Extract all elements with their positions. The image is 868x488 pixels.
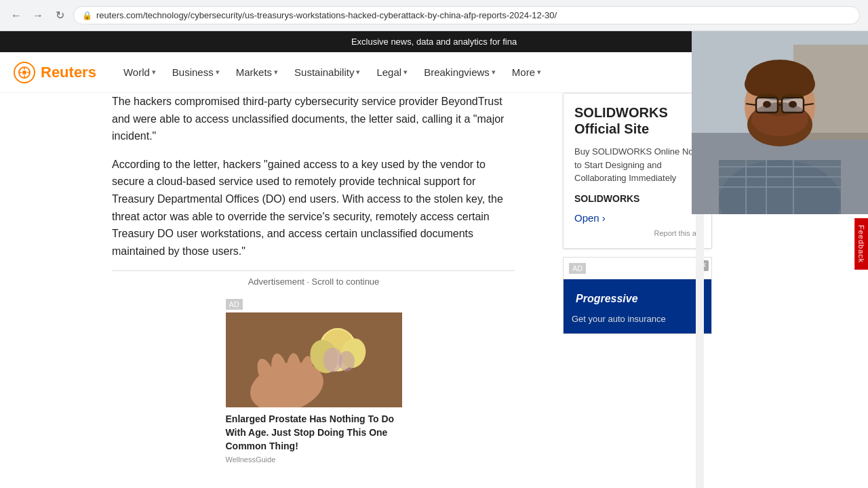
- nav-item-world[interactable]: World ▾: [117, 62, 163, 82]
- banner-text: Exclusive news, data and analytics for f…: [351, 37, 517, 47]
- reuters-logo-text: Reuters: [41, 64, 96, 81]
- reload-button[interactable]: ↻: [52, 7, 68, 24]
- nav-item-business[interactable]: Business ▾: [165, 62, 226, 82]
- ad-source: WellnessGuide: [226, 455, 402, 464]
- nav-item-sustainability[interactable]: Sustainability ▾: [288, 62, 367, 82]
- webcam-person: [692, 31, 868, 214]
- browser-chrome: ← → ↻ 🔒 reuters.com/technology/cybersecu…: [0, 0, 868, 31]
- address-bar[interactable]: 🔒 reuters.com/technology/cybersecurity/u…: [73, 6, 860, 24]
- svg-point-44: [763, 101, 771, 108]
- business-chevron-icon: ▾: [216, 68, 220, 77]
- progressive-ad: AD ✕ Progressive Get your auto insurance: [563, 257, 712, 334]
- nav-markets-label: Markets: [236, 66, 272, 78]
- svg-point-1: [22, 70, 26, 75]
- nav-item-legal[interactable]: Legal ▾: [370, 62, 414, 82]
- prog-ad-badge: AD: [569, 263, 586, 274]
- article-inline-ad[interactable]: AD: [226, 298, 402, 464]
- nav-more-label: More: [512, 66, 535, 78]
- markets-chevron-icon: ▾: [274, 68, 278, 77]
- solidworks-body: Buy SOLIDWORKS Online Now to Start Desig…: [574, 145, 701, 185]
- world-chevron-icon: ▾: [152, 68, 156, 77]
- back-button[interactable]: ←: [8, 7, 24, 24]
- nav-item-more[interactable]: More ▾: [505, 62, 548, 82]
- svg-point-17: [338, 351, 355, 371]
- nav-item-breakingviews[interactable]: Breakingviews ▾: [417, 62, 502, 82]
- nav-world-label: World: [123, 66, 150, 78]
- article-area: The hackers compromised third-party cybe…: [0, 93, 556, 488]
- feedback-tab[interactable]: Feedback: [854, 218, 868, 270]
- webcam-overlay: [692, 31, 868, 214]
- nav-business-label: Business: [172, 66, 214, 78]
- prog-ad-content: Progressive Get your auto insurance: [564, 279, 711, 333]
- nav-breakingviews-label: Breakingviews: [424, 66, 490, 78]
- breakingviews-chevron-icon: ▾: [492, 68, 496, 77]
- nav-legal-label: Legal: [376, 66, 401, 78]
- forward-button[interactable]: →: [30, 7, 46, 24]
- svg-point-35: [785, 72, 815, 96]
- nav-item-markets[interactable]: Markets ▾: [229, 62, 285, 82]
- solidworks-title: SOLIDWORKS Official Site: [574, 104, 701, 137]
- ad-separator: [112, 270, 515, 271]
- ad-label: Advertisement · Scroll to continue: [112, 277, 515, 287]
- solidworks-brand: SOLIDWORKS: [574, 193, 701, 204]
- more-chevron-icon: ▾: [537, 68, 541, 77]
- ad-badge: AD: [226, 299, 243, 310]
- open-chevron-icon: ›: [602, 212, 606, 224]
- progressive-logo: Progressive: [572, 287, 703, 311]
- sustainability-chevron-icon: ▾: [356, 68, 360, 77]
- legal-chevron-icon: ▾: [403, 68, 408, 77]
- ad-headline: Enlarged Prostate Has Nothing To Do With…: [226, 413, 402, 453]
- solidworks-ad: SOLIDWORKS Official Site Buy SOLIDWORKS …: [563, 93, 712, 249]
- report-ad-link[interactable]: Report this ad: [574, 229, 701, 237]
- svg-point-9: [286, 353, 301, 391]
- reuters-logo[interactable]: Reuters: [14, 62, 96, 83]
- prog-tagline: Get your auto insurance: [572, 314, 703, 325]
- ad-image: [226, 312, 402, 407]
- lock-icon: 🔒: [82, 11, 92, 20]
- svg-point-34: [745, 72, 774, 96]
- svg-point-45: [789, 101, 797, 108]
- reuters-logo-icon: [14, 62, 35, 83]
- url-text: reuters.com/technology/cybersecurity/us-…: [96, 10, 557, 20]
- article-paragraph-1: The hackers compromised third-party cybe…: [112, 93, 515, 145]
- open-label: Open: [574, 212, 599, 224]
- article-paragraph-2: According to the letter, hackers "gained…: [112, 156, 515, 260]
- nav-sustainability-label: Sustainability: [294, 66, 354, 78]
- nav-menu: World ▾ Business ▾ Markets ▾ Sustainabil…: [117, 62, 738, 82]
- solidworks-open-button[interactable]: Open ›: [574, 212, 606, 224]
- svg-text:Progressive: Progressive: [576, 293, 638, 304]
